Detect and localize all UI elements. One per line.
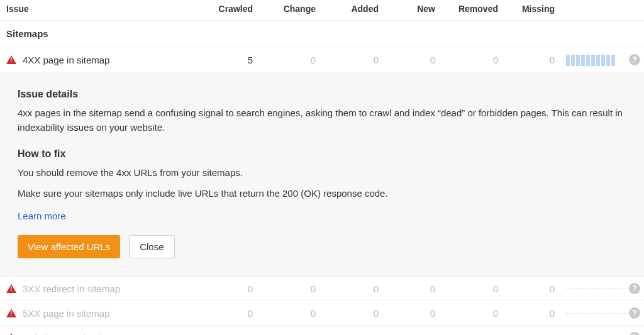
col-issue[interactable]: Issue [6, 4, 208, 14]
col-crawled[interactable]: Crawled [208, 4, 264, 14]
warning-icon [6, 309, 16, 317]
help-icon[interactable]: ? [629, 283, 640, 294]
howto-line-1: You should remove the 4xx URLs from your… [18, 166, 626, 180]
cell-new: 0 [390, 332, 447, 336]
cell-added: 0 [327, 283, 390, 294]
cell-added: 0 [327, 55, 390, 65]
help-icon[interactable]: ? [629, 332, 640, 335]
cell-change: 0 [264, 55, 327, 65]
cell-missing: 0 [509, 283, 566, 294]
cell-crawled: 5 [208, 55, 264, 65]
section-heading: Sitemaps [0, 21, 644, 47]
details-panel: Issue details 4xx pages in the sitemap s… [0, 72, 644, 276]
col-change[interactable]: Change [264, 4, 327, 14]
sparkline [566, 288, 629, 289]
help-icon[interactable]: ? [629, 54, 640, 65]
cell-new: 0 [390, 55, 447, 65]
cell-change: 0 [264, 283, 327, 294]
table-row[interactable]: 4XX page in sitemap 5 0 0 0 0 0 ? [0, 47, 644, 72]
cell-change: 0 [264, 332, 327, 336]
warning-icon [6, 55, 16, 64]
howto-title: How to fix [18, 148, 626, 160]
table-row[interactable]: Noindex page in sitemap 0 0 0 0 0 0 ? [0, 325, 644, 335]
table-row[interactable]: 3XX redirect in sitemap 0 0 0 0 0 0 ? [0, 276, 644, 300]
close-button[interactable]: Close [129, 235, 174, 258]
view-affected-button[interactable]: View affected URLs [18, 235, 120, 258]
cell-added: 0 [327, 308, 390, 319]
cell-removed: 0 [447, 332, 509, 336]
cell-change: 0 [264, 308, 327, 319]
sparkline [566, 313, 629, 314]
col-missing[interactable]: Missing [509, 4, 566, 14]
col-removed[interactable]: Removed [447, 4, 509, 14]
details-desc: 4xx pages in the sitemap send a confusin… [18, 106, 626, 135]
sparkline [566, 53, 629, 66]
cell-missing: 0 [509, 308, 566, 319]
cell-new: 0 [390, 283, 447, 294]
cell-removed: 0 [447, 55, 509, 65]
issue-label: 3XX redirect in sitemap [23, 283, 120, 294]
issue-label: Noindex page in sitemap [23, 332, 126, 336]
cell-crawled: 0 [208, 283, 264, 294]
cell-crawled: 0 [208, 308, 264, 319]
table-header: Issue Crawled Change Added New Removed M… [0, 0, 644, 21]
table-row[interactable]: 5XX page in sitemap 0 0 0 0 0 0 ? [0, 300, 644, 325]
cell-missing: 0 [509, 332, 566, 336]
warning-icon [6, 284, 16, 293]
cell-missing: 0 [509, 55, 566, 65]
cell-removed: 0 [447, 308, 509, 319]
issue-label: 4XX page in sitemap [23, 55, 109, 65]
cell-crawled: 0 [208, 332, 264, 336]
details-title: Issue details [18, 89, 626, 100]
col-added[interactable]: Added [327, 4, 390, 14]
cell-removed: 0 [447, 283, 509, 294]
learn-more-link[interactable]: Learn more [18, 211, 66, 221]
howto-line-2: Make sure your sitemaps only include liv… [18, 187, 626, 201]
cell-added: 0 [327, 332, 390, 336]
cell-new: 0 [390, 308, 447, 319]
issue-label: 5XX page in sitemap [23, 308, 109, 319]
col-new[interactable]: New [390, 4, 447, 14]
help-icon[interactable]: ? [629, 307, 640, 319]
